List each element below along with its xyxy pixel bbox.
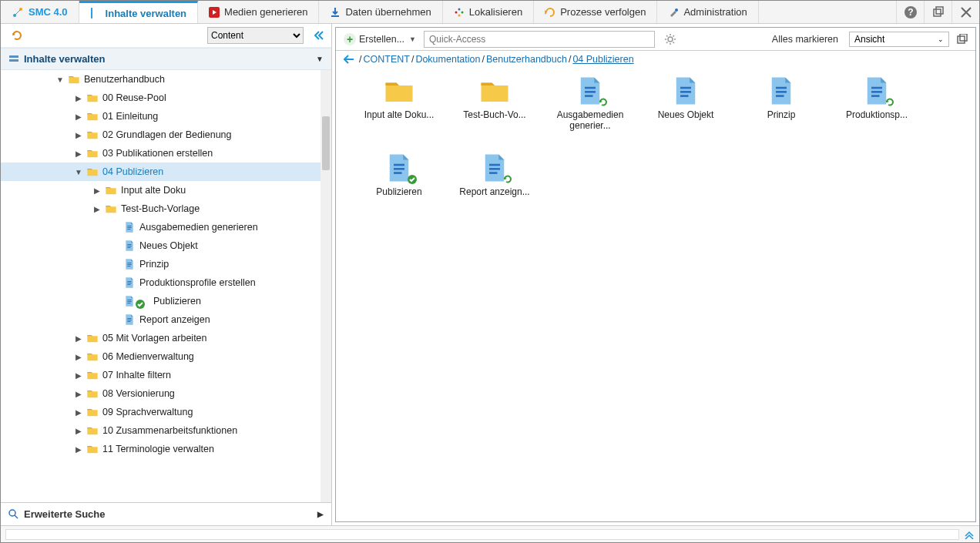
top-menu: SMC 4.0 Inhalte verwalten Medien generie…: [1, 1, 979, 24]
file-icon: [573, 75, 607, 106]
grid-file-item[interactable]: Produktionsp...: [829, 75, 925, 153]
breadcrumb-link[interactable]: CONTENT: [363, 54, 409, 65]
brand-tab[interactable]: SMC 4.0: [1, 1, 79, 23]
tree-node[interactable]: Prinzip: [1, 255, 321, 273]
svg-rect-21: [127, 246, 131, 246]
tree-node[interactable]: ▶ 03 Publikationen erstellen: [1, 144, 321, 163]
tree-arrow-icon[interactable]: ▶: [75, 131, 82, 139]
grid-file-item[interactable]: Ausgabemedien generier...: [542, 75, 638, 153]
svg-rect-22: [127, 247, 130, 248]
localize-icon: [454, 7, 465, 18]
file-icon: [382, 153, 416, 183]
close-window-button[interactable]: [951, 1, 979, 23]
tree-node-label: Neues Objekt: [139, 240, 198, 251]
tree-node[interactable]: ▶ 06 Medienverwaltung: [1, 347, 321, 366]
tab-prozesse-verfolgen[interactable]: Prozesse verfolgen: [534, 1, 657, 23]
tree-node[interactable]: ▶ 00 Reuse-Pool: [1, 89, 321, 107]
content-tree[interactable]: ▼ Benutzerhandbuch▶ 00 Reuse-Pool▶ 01 Ei…: [1, 70, 321, 502]
advanced-search-panel[interactable]: Erweiterte Suche ▶: [1, 502, 331, 525]
tree-node[interactable]: ▼ Benutzerhandbuch: [1, 70, 321, 89]
content-selector[interactable]: Content: [207, 27, 304, 44]
expand-status-icon[interactable]: [964, 530, 975, 539]
tree-node[interactable]: Publizieren: [1, 292, 321, 310]
tree-arrow-icon[interactable]: ▶: [75, 408, 82, 417]
view-selector[interactable]: Ansicht ⌄: [849, 32, 949, 47]
tree-arrow-icon[interactable]: ▶: [75, 94, 82, 102]
grid-folder-item[interactable]: Test-Buch-Vo...: [447, 75, 542, 153]
folder-icon: [86, 424, 99, 437]
tree-node[interactable]: ▶ 08 Versionierung: [1, 384, 321, 403]
tree-arrow-icon[interactable]: ▼: [75, 168, 82, 176]
tree-node-label: 00 Reuse-Pool: [102, 92, 166, 103]
breadcrumb-back-icon[interactable]: [344, 55, 354, 64]
tree-node[interactable]: ▶ Test-Buch-Vorlage: [1, 199, 321, 218]
scrollbar-thumb[interactable]: [322, 116, 330, 170]
tree-node[interactable]: ▶ Input alte Doku: [1, 181, 321, 199]
tree-node-label: 02 Grundlagen der Bedienung: [102, 129, 232, 140]
tree-node[interactable]: Ausgabemedien generieren: [1, 218, 321, 236]
mark-all-button[interactable]: Alles markieren: [766, 34, 844, 45]
create-button[interactable]: + Erstellen... ▼: [341, 32, 419, 47]
tree-node[interactable]: ▶ 11 Terminologie verwalten: [1, 440, 321, 458]
tab-lokalisieren[interactable]: Lokalisieren: [443, 1, 534, 23]
panel-title-inhalte[interactable]: Inhalte verwalten ▼: [1, 48, 331, 70]
svg-point-6: [455, 11, 457, 13]
tree-node-label: Produktionsprofile erstellen: [139, 277, 256, 288]
svg-rect-24: [127, 264, 131, 265]
tree-node[interactable]: Neues Objekt: [1, 236, 321, 255]
tree-node[interactable]: Report anzeigen: [1, 310, 321, 329]
svg-rect-39: [960, 34, 967, 41]
tree-node[interactable]: ▶ 07 Inhalte filtern: [1, 366, 321, 384]
help-button[interactable]: ?: [896, 1, 924, 23]
breadcrumb-current[interactable]: 04 Publizieren: [572, 54, 633, 65]
breadcrumb-link[interactable]: Benutzerhandbuch: [486, 54, 567, 65]
tree-scrollbar[interactable]: [321, 70, 331, 502]
plus-icon: +: [344, 33, 356, 45]
file-icon: [860, 75, 894, 106]
reload-icon[interactable]: [12, 30, 22, 41]
tree-arrow-icon[interactable]: ▶: [75, 149, 82, 158]
grid-file-item[interactable]: Neues Objekt: [638, 75, 733, 153]
grid-item-label: Report anzeign...: [459, 186, 529, 197]
restore-window-button[interactable]: [924, 1, 951, 23]
tree-arrow-icon[interactable]: ▶: [75, 445, 82, 454]
folder-icon: [86, 331, 99, 345]
maximize-view-button[interactable]: [954, 34, 971, 45]
tree-arrow-icon[interactable]: ▶: [75, 112, 82, 121]
svg-rect-23: [127, 263, 131, 263]
grid-folder-item[interactable]: Input alte Doku...: [351, 75, 447, 153]
gear-icon[interactable]: [659, 33, 681, 45]
svg-rect-31: [127, 303, 130, 303]
tree-node[interactable]: ▶ 05 Mit Vorlagen arbeiten: [1, 329, 321, 347]
svg-rect-15: [9, 55, 18, 58]
tree-arrow-icon[interactable]: ▶: [75, 371, 82, 380]
tree-node[interactable]: ▶ 09 Sprachverwaltung: [1, 403, 321, 421]
tree-arrow-icon[interactable]: ▶: [75, 390, 82, 398]
tree-arrow-icon[interactable]: ▼: [56, 75, 64, 84]
grid-file-item[interactable]: Publizieren: [351, 153, 447, 230]
tree-arrow-icon[interactable]: ▶: [75, 353, 82, 361]
tab-daten-uebernehmen[interactable]: Daten übernehmen: [319, 1, 442, 23]
tree-node[interactable]: ▼ 04 Publizieren: [1, 163, 321, 181]
tree-arrow-icon[interactable]: ▶: [75, 334, 82, 343]
tab-administration[interactable]: Administration: [657, 1, 758, 23]
tree-node[interactable]: ▶ 02 Grundlagen der Bedienung: [1, 126, 321, 144]
tree-arrow-icon[interactable]: ▶: [93, 205, 101, 213]
breadcrumb-link[interactable]: Dokumentation: [415, 54, 480, 65]
panel-title-icon: [8, 54, 19, 65]
tree-node[interactable]: ▶ 10 Zusammenarbeitsfunktionen: [1, 421, 321, 440]
tree-arrow-icon[interactable]: ▶: [75, 427, 82, 435]
collapse-panel-icon[interactable]: [310, 31, 327, 40]
panel-title-label: Inhalte verwalten: [24, 53, 105, 65]
tab-medien-generieren[interactable]: Medien generieren: [198, 1, 319, 23]
file-icon: [478, 153, 512, 183]
tree-node[interactable]: Produktionsprofile erstellen: [1, 273, 321, 292]
file-icon: [123, 313, 136, 327]
tree-node[interactable]: ▶ 01 Einleitung: [1, 107, 321, 126]
tab-inhalte-verwalten[interactable]: Inhalte verwalten: [79, 1, 198, 23]
tree-arrow-icon[interactable]: ▶: [93, 186, 101, 195]
quick-access-input[interactable]: [424, 31, 655, 48]
grid-file-item[interactable]: Prinzip: [733, 75, 829, 153]
tree-node-label: 04 Publizieren: [102, 166, 163, 177]
grid-file-item[interactable]: Report anzeign...: [447, 153, 542, 230]
